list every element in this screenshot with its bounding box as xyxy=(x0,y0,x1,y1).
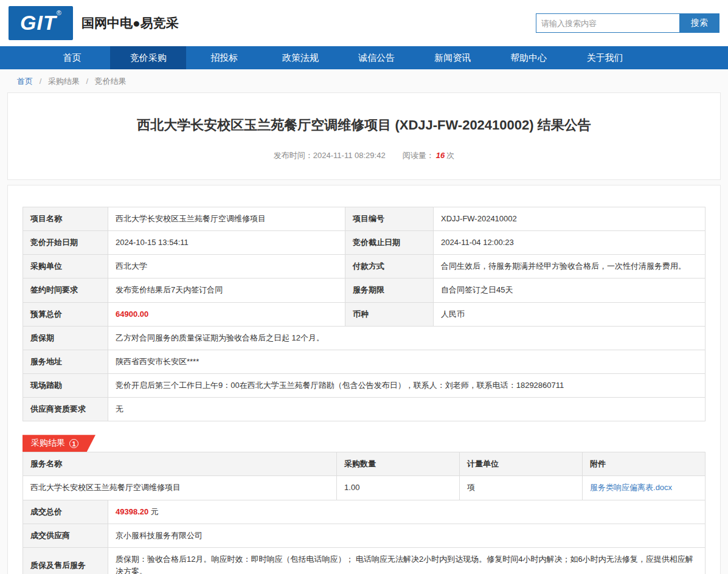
detail-label: 服务地址 xyxy=(23,350,108,373)
nav-item-tenders[interactable]: 招投标 xyxy=(186,46,262,69)
purchase-result-table: 服务名称 采购数量 计量单位 附件 西北大学长安校区玉兰苑餐厅空调维修项目 1.… xyxy=(23,452,705,500)
table-row: 西北大学长安校区玉兰苑餐厅空调维修项目 1.00 项 服务类响应偏离表.docx xyxy=(23,476,705,500)
nav-item-integrity[interactable]: 诚信公告 xyxy=(339,46,415,69)
deal-total-unit: 元 xyxy=(151,507,159,516)
logo-text: GIT xyxy=(20,6,57,39)
search-button[interactable]: 搜索 xyxy=(679,13,719,33)
breadcrumb-home[interactable]: 首页 xyxy=(17,77,33,86)
detail-label: 付款方式 xyxy=(345,255,434,278)
detail-label: 现场踏勘 xyxy=(23,373,108,397)
announcement-body-card: 项目名称 西北大学长安校区玉兰苑餐厅空调维修项目 项目编号 XDJJ-FW-20… xyxy=(7,185,721,574)
detail-label: 质保期 xyxy=(23,326,108,350)
purchase-result-ribbon: 采购结果 1 xyxy=(23,435,95,452)
publish-time-label: 发布时间： xyxy=(274,151,313,160)
registered-mark-icon: ® xyxy=(57,9,61,16)
column-header: 采购数量 xyxy=(337,452,460,476)
table-row: 成交总价 49398.20 元 xyxy=(23,500,705,524)
views-label: 阅读量： xyxy=(403,151,434,160)
announcement-header-card: 西北大学长安校区玉兰苑餐厅空调维修项目 (XDJJ-FW-202410002) … xyxy=(7,92,721,180)
table-row: 质保及售后服务 质保期：验收合格后12月。响应时效：即时响应（包括电话响应）； … xyxy=(23,547,705,574)
site-name: 国网中电●易竞采 xyxy=(81,15,179,32)
detail-label: 竞价截止日期 xyxy=(345,231,434,255)
detail-value: 发布竞价结果后7天内签订合同 xyxy=(108,278,345,302)
deal-total-cell: 49398.20 元 xyxy=(108,500,705,524)
project-details-table: 项目名称 西北大学长安校区玉兰苑餐厅空调维修项目 项目编号 XDJJ-FW-20… xyxy=(23,207,705,421)
detail-value: 合同生效后，待服务期满并经甲方验收合格后，一次性付清服务费用。 xyxy=(434,255,705,278)
views-unit: 次 xyxy=(446,151,454,160)
ribbon-number-badge: 1 xyxy=(69,439,78,448)
warranty-label: 质保及售后服务 xyxy=(23,547,108,574)
detail-label: 服务期限 xyxy=(345,278,434,302)
main-nav: 首页 竞价采购 招投标 政策法规 诚信公告 新闻资讯 帮助中心 关于我们 xyxy=(0,46,728,69)
detail-value: XDJJ-FW-202410002 xyxy=(434,207,705,231)
table-row: 采购单位 西北大学 付款方式 合同生效后，待服务期满并经甲方验收合格后，一次性付… xyxy=(23,255,705,278)
table-header-row: 服务名称 采购数量 计量单位 附件 xyxy=(23,452,705,476)
site-logo[interactable]: GIT ® xyxy=(9,6,73,40)
detail-label: 预算总价 xyxy=(23,302,108,326)
detail-value: 竞价开启后第三个工作日上午9：00在西北大学玉兰苑餐厅踏勘（包含公告发布日），联… xyxy=(108,373,705,397)
supplier-value: 京小服科技服务有限公司 xyxy=(108,524,705,547)
detail-value: 西北大学长安校区玉兰苑餐厅空调维修项目 xyxy=(108,207,345,231)
unit-cell: 项 xyxy=(460,476,583,500)
service-name-cell: 西北大学长安校区玉兰苑餐厅空调维修项目 xyxy=(23,476,337,500)
detail-label: 签约时间要求 xyxy=(23,278,108,302)
quantity-cell: 1.00 xyxy=(337,476,460,500)
breadcrumb: 首页 / 采购结果 / 竞价结果 xyxy=(0,69,728,92)
table-row: 服务地址 陕西省西安市长安区**** xyxy=(23,350,705,373)
nav-item-home[interactable]: 首页 xyxy=(34,46,110,69)
nav-item-help[interactable]: 帮助中心 xyxy=(491,46,567,69)
budget-total-value: 64900.00 xyxy=(108,302,345,326)
article-meta: 发布时间：2024-11-11 08:29:42阅读量：16次 xyxy=(32,150,696,161)
detail-value: 乙方对合同服务的质量保证期为验收合格后之日起 12个月。 xyxy=(108,326,705,350)
purchase-result-summary-table: 成交总价 49398.20 元 成交供应商 京小服科技服务有限公司 质保及售后服… xyxy=(23,500,705,574)
search-input[interactable] xyxy=(536,13,679,33)
table-row: 供应商资质要求 无 xyxy=(23,398,705,421)
deal-total-value: 49398.20 xyxy=(116,507,148,516)
table-row: 项目名称 西北大学长安校区玉兰苑餐厅空调维修项目 项目编号 XDJJ-FW-20… xyxy=(23,207,705,231)
detail-value: 自合同签订之日45天 xyxy=(434,278,705,302)
detail-value: 无 xyxy=(108,398,705,421)
detail-label: 竞价开始日期 xyxy=(23,231,108,255)
detail-label: 项目名称 xyxy=(23,207,108,231)
supplier-label: 成交供应商 xyxy=(23,524,108,547)
breadcrumb-bidding-results: 竞价结果 xyxy=(95,77,127,86)
breadcrumb-separator: / xyxy=(40,77,42,86)
attachment-link[interactable]: 服务类响应偏离表.docx xyxy=(590,483,672,492)
column-header: 计量单位 xyxy=(460,452,583,476)
warranty-value: 质保期：验收合格后12月。响应时效：即时响应（包括电话响应）； 电话响应无法解决… xyxy=(108,547,705,574)
column-header: 服务名称 xyxy=(23,452,337,476)
detail-label: 项目编号 xyxy=(345,207,434,231)
table-row: 质保期 乙方对合同服务的质量保证期为验收合格后之日起 12个月。 xyxy=(23,326,705,350)
table-row: 预算总价 64900.00 币种 人民币 xyxy=(23,302,705,326)
views-count: 16 xyxy=(436,151,445,160)
nav-item-bidding-purchase[interactable]: 竞价采购 xyxy=(110,46,186,69)
breadcrumb-purchase-results[interactable]: 采购结果 xyxy=(48,77,80,86)
detail-label: 币种 xyxy=(345,302,434,326)
table-row: 成交供应商 京小服科技服务有限公司 xyxy=(23,524,705,547)
deal-total-label: 成交总价 xyxy=(23,500,108,524)
purchase-result-section: 采购结果 1 xyxy=(23,435,705,452)
search-bar: 搜索 xyxy=(536,13,719,33)
detail-value: 人民币 xyxy=(434,302,705,326)
attachment-cell: 服务类响应偏离表.docx xyxy=(583,476,705,500)
detail-value: 2024-10-15 13:54:11 xyxy=(108,231,345,255)
nav-item-about[interactable]: 关于我们 xyxy=(567,46,643,69)
top-bar: GIT ® 国网中电●易竞采 搜索 xyxy=(0,0,728,46)
column-header: 附件 xyxy=(583,452,705,476)
detail-label: 供应商资质要求 xyxy=(23,398,108,421)
nav-item-policies[interactable]: 政策法规 xyxy=(262,46,338,69)
detail-value: 陕西省西安市长安区**** xyxy=(108,350,705,373)
detail-value: 2024-11-04 12:00:23 xyxy=(434,231,705,255)
table-row: 竞价开始日期 2024-10-15 13:54:11 竞价截止日期 2024-1… xyxy=(23,231,705,255)
breadcrumb-separator: / xyxy=(86,77,89,86)
page-title: 西北大学长安校区玉兰苑餐厅空调维修项目 (XDJJ-FW-202410002) … xyxy=(32,116,696,134)
table-row: 签约时间要求 发布竞价结果后7天内签订合同 服务期限 自合同签订之日45天 xyxy=(23,278,705,302)
detail-value: 西北大学 xyxy=(108,255,345,278)
detail-label: 采购单位 xyxy=(23,255,108,278)
table-row: 现场踏勘 竞价开启后第三个工作日上午9：00在西北大学玉兰苑餐厅踏勘（包含公告发… xyxy=(23,373,705,397)
ribbon-label: 采购结果 xyxy=(31,438,65,449)
nav-item-news[interactable]: 新闻资讯 xyxy=(415,46,491,69)
publish-time: 2024-11-11 08:29:42 xyxy=(313,151,386,160)
